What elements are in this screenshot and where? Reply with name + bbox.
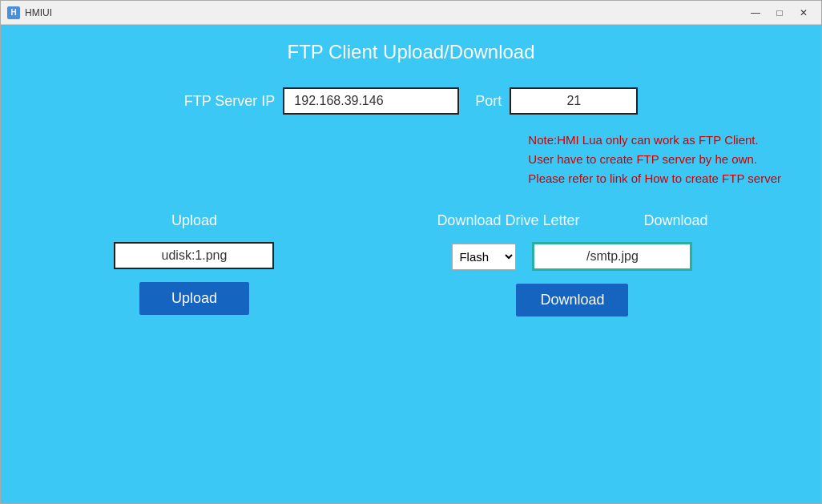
download-drive-title: Download Drive Letter <box>437 212 579 229</box>
upload-section: Upload Upload <box>114 212 274 315</box>
download-inputs-row: Flash USB <box>452 242 692 271</box>
ip-input[interactable] <box>283 87 459 115</box>
note-line1: Note:HMI Lua only can work as FTP Client… <box>528 131 781 150</box>
note-section: Note:HMI Lua only can work as FTP Client… <box>33 131 789 188</box>
upload-title: Upload <box>171 212 217 229</box>
drive-select-wrapper: Flash USB <box>452 244 516 270</box>
app-icon: H <box>7 6 20 19</box>
main-content: FTP Client Upload/Download FTP Server IP… <box>1 25 821 503</box>
download-file-input[interactable] <box>532 242 692 271</box>
note-line2: User have to create FTP server by he own… <box>528 150 781 169</box>
note-line3: Please refer to link of How to create FT… <box>528 169 781 188</box>
download-header-row: Download Drive Letter Download <box>437 212 707 229</box>
port-input[interactable] <box>510 87 638 115</box>
close-button[interactable]: ✕ <box>792 5 815 21</box>
port-field-group: Port <box>475 87 638 115</box>
main-controls: Upload Upload Download Drive Letter Down… <box>33 212 789 317</box>
title-bar: H HMIUI — □ ✕ <box>1 1 821 25</box>
main-window: H HMIUI — □ ✕ FTP Client Upload/Download… <box>0 0 822 504</box>
download-btn-row: Download <box>437 284 707 317</box>
drive-select[interactable]: Flash USB <box>452 244 516 270</box>
maximize-button[interactable]: □ <box>768 5 791 21</box>
title-bar-left: H HMIUI <box>7 6 52 19</box>
app-name: HMIUI <box>25 7 52 18</box>
download-button[interactable]: Download <box>516 284 628 317</box>
window-controls: — □ ✕ <box>744 5 815 21</box>
ip-field-group: FTP Server IP <box>184 87 460 115</box>
download-area: Download Drive Letter Download Flash USB <box>437 212 707 317</box>
minimize-button[interactable]: — <box>744 5 767 21</box>
note-text: Note:HMI Lua only can work as FTP Client… <box>528 131 781 188</box>
download-title: Download <box>643 212 707 229</box>
server-row: FTP Server IP Port <box>33 87 789 115</box>
ip-label: FTP Server IP <box>184 93 276 110</box>
page-title: FTP Client Upload/Download <box>287 41 534 63</box>
upload-button[interactable]: Upload <box>139 282 249 315</box>
upload-file-input[interactable] <box>114 242 274 269</box>
port-label: Port <box>475 93 502 110</box>
